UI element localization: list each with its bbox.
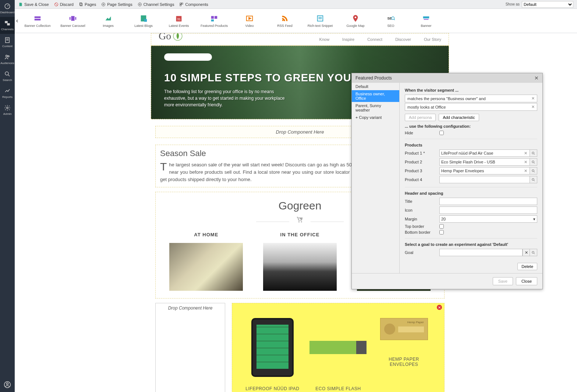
show-as-select[interactable]: Default <box>522 1 573 8</box>
ribbon-banner[interactable]: Banner <box>408 9 444 33</box>
sidebar-item-dashboard[interactable]: Dashboard <box>0 0 15 17</box>
clear-icon[interactable]: ✕ <box>523 160 528 165</box>
variant-copy[interactable]: + Copy variant <box>352 114 399 121</box>
sidebar-item-channels[interactable]: Channels <box>0 17 15 34</box>
svg-rect-46 <box>423 16 429 18</box>
nav-our-story[interactable]: Our Story <box>424 37 441 42</box>
top-toolbar: Save & Close Discard Pages Page Settings… <box>15 0 577 9</box>
ribbon-banner-collection[interactable]: Banner Collection <box>20 9 55 33</box>
bottom-border-checkbox[interactable] <box>439 230 444 234</box>
remove-segment-icon[interactable]: ✕ <box>531 96 535 101</box>
svg-point-53 <box>532 169 534 172</box>
search-icon[interactable] <box>530 249 537 256</box>
title-field[interactable] <box>439 198 537 205</box>
svg-point-18 <box>102 3 105 6</box>
product-1-field[interactable]: LifeProof nüüd iPad Air Case✕ <box>439 149 530 157</box>
svg-rect-25 <box>35 18 41 20</box>
delete-button[interactable]: Delete <box>517 263 537 270</box>
search-icon[interactable] <box>530 176 537 183</box>
svg-line-45 <box>394 19 395 20</box>
components-button[interactable]: Components <box>179 2 208 7</box>
segment-condition-2: mostly looks at Office ✕ <box>405 103 537 111</box>
drop-zone-2[interactable]: Drop Component Here <box>155 303 225 392</box>
ribbon-back-icon[interactable] <box>15 9 20 33</box>
search-icon[interactable] <box>530 167 537 174</box>
top-border-checkbox[interactable] <box>439 224 444 229</box>
svg-line-58 <box>534 253 535 254</box>
dialog-header[interactable]: Featured Products ✕ <box>352 73 542 83</box>
product-envelopes[interactable]: Hemp Paper HEMP PAPER ENVELOPES <box>375 314 432 392</box>
sidebar-item-reports[interactable]: Reports <box>0 85 15 102</box>
category-in-office[interactable]: IN THE OFFICE <box>263 232 337 291</box>
add-characteristic-button[interactable]: Add characteristic <box>439 114 479 121</box>
product-4-field[interactable] <box>439 176 530 183</box>
svg-marker-37 <box>249 17 251 20</box>
config-panel: When the visitor segment ... matches the… <box>400 83 542 273</box>
featured-products-component[interactable]: ✕ LIFEPROOF NÜÜD IPAD AIR CASE ECO SIMPL… <box>232 303 445 392</box>
category-image <box>169 243 243 291</box>
ribbon-images[interactable]: Images <box>91 9 126 33</box>
discard-button[interactable]: Discard <box>54 2 74 7</box>
search-icon[interactable] <box>530 158 537 166</box>
search-icon[interactable] <box>530 149 537 157</box>
product-3-field[interactable]: Hemp Paper Envelopes✕ <box>439 167 530 174</box>
sidebar-label: Search <box>3 78 12 82</box>
ribbon-banner-carousel[interactable]: Banner Carousel <box>55 9 91 33</box>
clear-icon[interactable]: ✕ <box>523 151 528 156</box>
nav-discover[interactable]: Discover <box>395 37 411 42</box>
close-button[interactable]: Close <box>516 277 537 285</box>
svg-line-14 <box>55 3 57 6</box>
clear-icon[interactable]: ✕ <box>523 169 528 173</box>
delete-component-icon[interactable]: ✕ <box>437 305 442 310</box>
clear-icon[interactable]: ✕ <box>523 249 530 256</box>
svg-point-57 <box>532 251 534 253</box>
nav-inspire[interactable]: Inspire <box>342 37 354 42</box>
sidebar-item-content[interactable]: Content <box>0 34 15 51</box>
close-icon[interactable]: ✕ <box>534 75 539 81</box>
sidebar-label: Audiences <box>0 61 14 65</box>
page-settings-button[interactable]: Page Settings <box>101 2 132 7</box>
add-persona-button[interactable]: Add persona <box>405 114 436 121</box>
sidebar-user-icon[interactable] <box>0 381 15 388</box>
remove-segment-icon[interactable]: ✕ <box>531 105 535 109</box>
svg-rect-22 <box>182 3 183 4</box>
hero-pill <box>164 53 212 61</box>
icon-field[interactable] <box>439 206 537 214</box>
ribbon-latest-blogs[interactable]: Latest Blogs <box>126 9 161 33</box>
nav-know[interactable]: Know <box>319 37 330 42</box>
ribbon-google-map[interactable]: Google Map <box>338 9 373 33</box>
pages-button[interactable]: Pages <box>79 2 96 7</box>
variant-parent-sunny[interactable]: Parent, Sunny weather <box>352 102 399 114</box>
sidebar-item-admin[interactable]: Admin <box>0 102 15 119</box>
ribbon-rich-text[interactable]: Rich-text Snippet <box>302 9 338 33</box>
product-2-field[interactable]: Eco Simple Flash Drive - USB✕ <box>439 158 530 166</box>
svg-point-19 <box>139 4 140 5</box>
product-flash-drive[interactable]: ECO SIMPLE FLASH DRIVE - USB <box>309 314 367 392</box>
channel-settings-button[interactable]: Channel Settings <box>138 2 174 7</box>
svg-rect-1 <box>5 21 8 23</box>
sidebar-item-audiences[interactable]: Audiences <box>0 51 15 68</box>
product-ipad-case[interactable]: LIFEPROOF NÜÜD IPAD AIR CASE <box>244 314 301 392</box>
variant-default[interactable]: Default <box>352 83 399 90</box>
goal-field[interactable] <box>439 249 523 256</box>
ribbon-seo[interactable]: SESEO <box>373 9 408 33</box>
ribbon-featured-products[interactable]: Featured Products <box>197 9 232 33</box>
save-close-button[interactable]: Save & Close <box>18 2 49 7</box>
hide-checkbox[interactable] <box>439 131 444 135</box>
sidebar-item-search[interactable]: Search <box>0 68 15 85</box>
category-at-home[interactable]: AT HOME <box>169 232 243 291</box>
nav-connect[interactable]: Connect <box>367 37 382 42</box>
save-button[interactable]: Save <box>493 277 513 285</box>
svg-rect-34 <box>215 16 217 18</box>
svg-point-10 <box>7 107 8 109</box>
ribbon-latest-events[interactable]: 31Latest Events <box>161 9 197 33</box>
svg-line-52 <box>534 162 535 163</box>
ribbon-rss-feed[interactable]: RSS Feed <box>267 9 302 33</box>
svg-rect-47 <box>424 19 429 20</box>
svg-rect-35 <box>211 19 214 21</box>
variant-business-owner[interactable]: Business owner, Office <box>352 90 399 102</box>
margin-select[interactable]: 20▾ <box>439 215 537 223</box>
svg-point-8 <box>5 72 8 75</box>
envelope-image: Hemp Paper <box>380 318 428 340</box>
ribbon-video[interactable]: Video <box>232 9 267 33</box>
